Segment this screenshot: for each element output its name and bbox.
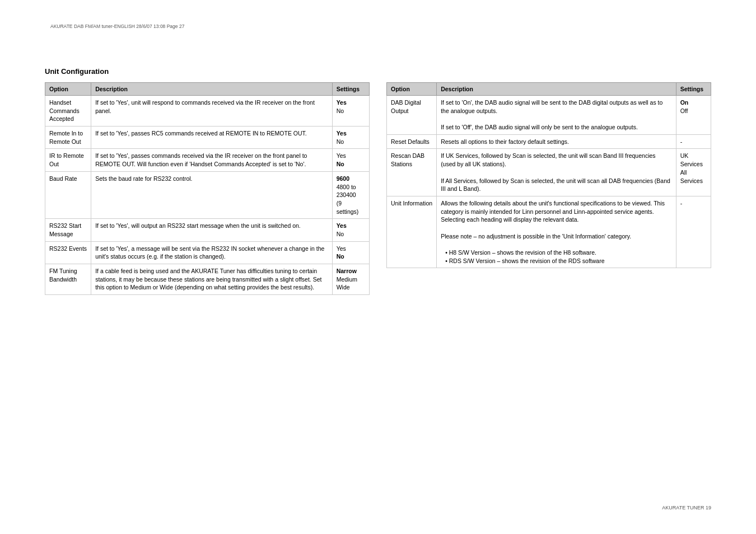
description-cell: If a cable feed is being used and the AK… (91, 264, 333, 295)
option-cell: Remote In toRemote Out (45, 127, 91, 149)
option-cell: Baud Rate (45, 171, 91, 218)
settings-cell: YesNo (332, 219, 369, 241)
right-col-option: Option (387, 83, 437, 96)
description-cell: If set to 'Yes', passes RC5 commands rec… (91, 127, 333, 149)
option-cell: DAB DigitalOutput (387, 96, 437, 135)
option-cell: HandsetCommandsAccepted (45, 96, 91, 127)
description-cell: If set to 'Yes', unit will respond to co… (91, 96, 333, 127)
table-row: FM TuningBandwidth If a cable feed is be… (45, 264, 370, 295)
right-col-description: Description (437, 83, 676, 96)
left-col-option: Option (45, 83, 91, 96)
description-cell: If UK Services, followed by Scan is sele… (437, 149, 676, 196)
option-cell: IR to RemoteOut (45, 149, 91, 171)
table-row: HandsetCommandsAccepted If set to 'Yes',… (45, 96, 370, 127)
description-cell: Allows the following details about the u… (437, 196, 676, 268)
header-text: AKURATE DAB FM/AM tuner-ENGLISH 28/6/07 … (50, 24, 184, 29)
description-cell: Resets all options to their factory defa… (437, 134, 676, 149)
table-row: Remote In toRemote Out If set to 'Yes', … (45, 127, 370, 149)
settings-cell: YesNo (332, 149, 369, 171)
option-cell: Rescan DABStations (387, 149, 437, 196)
settings-cell: OnOff (676, 96, 711, 135)
left-col-description: Description (91, 83, 333, 96)
left-col-settings: Settings (332, 83, 369, 96)
table-row: Baud Rate Sets the baud rate for RS232 c… (45, 171, 370, 218)
settings-cell: 96004800 to 230400(9 settings) (332, 171, 369, 218)
description-cell: If set to 'Yes', will output an RS232 st… (91, 219, 333, 241)
table-row: IR to RemoteOut If set to 'Yes', passes … (45, 149, 370, 171)
settings-cell: YesNo (332, 241, 369, 264)
option-cell: Reset Defaults (387, 134, 437, 149)
settings-cell: YesNo (332, 96, 369, 127)
description-cell: Sets the baud rate for RS232 control. (91, 171, 333, 218)
right-col-settings: Settings (676, 83, 711, 96)
option-cell: RS232 Events (45, 241, 91, 264)
tables-wrapper: Option Description Settings HandsetComma… (45, 82, 711, 295)
option-cell: Unit Information (387, 196, 437, 268)
settings-cell: YesNo (332, 127, 369, 149)
table-row: Unit Information Allows the following de… (387, 196, 711, 268)
settings-cell: - (676, 134, 711, 149)
page-title: Unit Configuration (45, 67, 711, 76)
table-row: Rescan DABStations If UK Services, follo… (387, 149, 711, 196)
settings-cell: UK ServicesAll Services (676, 149, 711, 196)
right-table: Option Description Settings DAB DigitalO… (386, 82, 711, 295)
table-row: DAB DigitalOutput If set to 'On', the DA… (387, 96, 711, 135)
settings-cell: - (676, 196, 711, 268)
option-cell: RS232 StartMessage (45, 219, 91, 241)
table-row: RS232 Events If set to 'Yes', a message … (45, 241, 370, 264)
description-cell: If set to 'Yes', a message will be sent … (91, 241, 333, 264)
table-row: Reset Defaults Resets all options to the… (387, 134, 711, 149)
description-cell: If set to 'On', the DAB audio signal wil… (437, 96, 676, 135)
description-cell: If set to 'Yes', passes commands receive… (91, 149, 333, 171)
settings-cell: NarrowMediumWide (332, 264, 369, 295)
left-table: Option Description Settings HandsetComma… (45, 82, 370, 295)
option-cell: FM TuningBandwidth (45, 264, 91, 295)
table-row: RS232 StartMessage If set to 'Yes', will… (45, 219, 370, 241)
footer-text: AKURATE TUNER 19 (662, 505, 711, 510)
